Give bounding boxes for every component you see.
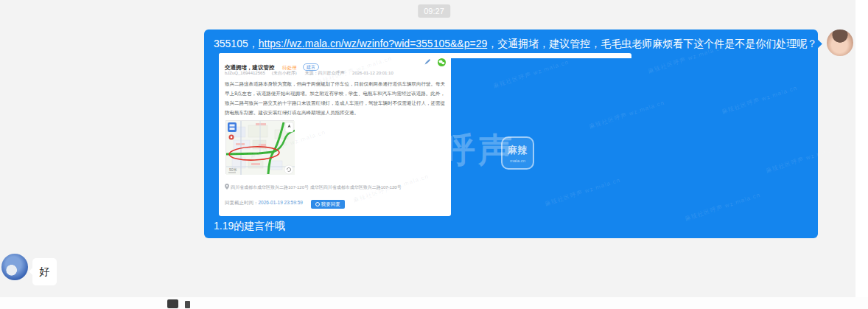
timestamp-pill: 09:27	[418, 4, 450, 18]
complaint-body-text: 致兴二路这条道路本身较为宽敞，但由于两侧规划了停车位，目前仅剩两条通行道供车辆双…	[225, 79, 445, 117]
side-panel-edge	[855, 0, 868, 309]
submitter-channel: (来自小程序)	[272, 71, 297, 75]
card-footer-row: 回复截止时间：2026-01-19 23:59:59 我要回复	[225, 200, 345, 209]
chat-window: 09:27 355105，https://wz.mala.cn/wz/wzinf…	[0, 0, 868, 309]
deadline-label: 回复截止时间：	[225, 200, 259, 205]
message-link[interactable]: https://wz.mala.cn/wz/wzinfo?wid=355105&…	[259, 38, 488, 49]
status-badge: 待处理	[282, 65, 297, 70]
diagonal-watermark: 麻辣社区呼声 wz.mala.cn	[544, 176, 621, 209]
message-caption: 1.19的建言件哦	[214, 220, 285, 233]
map-scale-label: 50米	[229, 167, 237, 172]
diagonal-watermark: 麻辣社区呼声 wz.mala.cn	[684, 191, 761, 223]
edit-pencil-icon	[424, 58, 431, 66]
submitter-id: bJZuQ_1694412565	[225, 71, 265, 75]
incoming-message-bubble: 好	[32, 258, 57, 285]
bubble-tail	[29, 267, 37, 275]
card-meta-row: bJZuQ_1694412565(来自小程序) 来源：四川群众呼声 2026-0…	[225, 70, 400, 77]
diagonal-watermark: 麻辣社区呼声 wz.mala.cn	[765, 143, 842, 176]
incoming-message-text: 好	[40, 265, 50, 279]
card-icons	[420, 58, 446, 72]
outgoing-message-bubble: 355105，https://wz.mala.cn/wz/wzinfo?wid=…	[204, 29, 818, 238]
mala-logo-watermark: 麻辣 mala.cn	[501, 136, 534, 170]
partially-visible-taskbar-icon[interactable]	[185, 301, 190, 308]
mala-logo-text: 麻辣	[503, 144, 533, 157]
message-text-prefix: 355105，	[214, 38, 259, 49]
deadline-value: 2026-01-19 23:59:59	[259, 200, 303, 205]
diagonal-watermark: 麻辣社区呼声 wz.mala.cn	[721, 84, 798, 117]
diagonal-watermark: 麻辣社区呼声 wz.mala.cn	[492, 58, 570, 91]
reply-button[interactable]: 我要回复	[311, 200, 345, 209]
contact-avatar[interactable]	[1, 254, 28, 280]
bottom-bar	[0, 297, 868, 309]
wechat-icon	[438, 58, 446, 66]
sender-avatar[interactable]	[827, 29, 853, 56]
reply-button-icon	[315, 202, 320, 206]
message-text-suffix: ，交通拥堵，建议管控，毛毛虫老师麻烦看下这个件是不是你们处理呢？	[487, 38, 817, 49]
location-pin-icon	[225, 184, 229, 190]
mala-logo-subtext: mala.cn	[503, 159, 533, 163]
partially-visible-taskbar-icon[interactable]	[167, 299, 178, 308]
diagonal-watermark: 麻辣社区呼声 wz.mala.cn	[588, 99, 665, 131]
